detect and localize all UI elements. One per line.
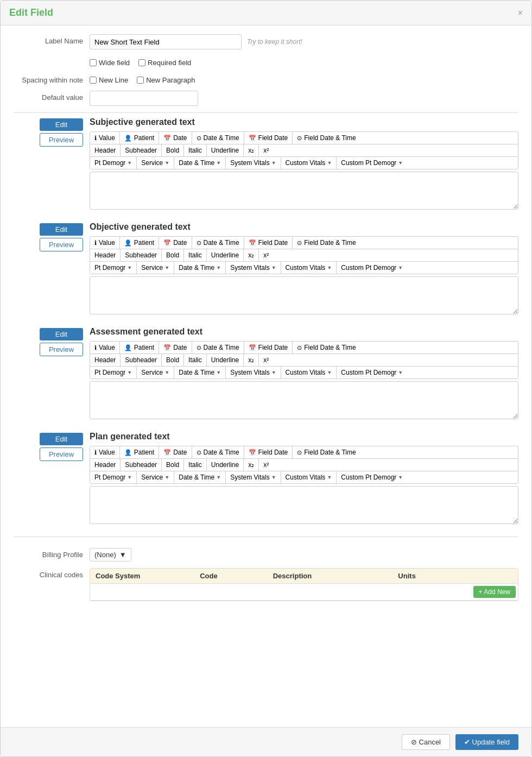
new-line-checkbox-label[interactable]: New Line xyxy=(90,76,128,84)
toolbar-btn-date-objective[interactable]: 📅 Date xyxy=(159,237,192,249)
toolbar-btn-date_time-plan[interactable]: Date & Time ▼ xyxy=(174,471,226,483)
new-paragraph-checkbox[interactable] xyxy=(137,77,144,84)
billing-dropdown[interactable]: (None) ▼ xyxy=(90,548,131,562)
toolbar-btn-system_vitals-assessment[interactable]: System Vitals ▼ xyxy=(226,367,281,379)
toolbar-btn-field_date-assessment[interactable]: 📅 Field Date xyxy=(244,342,293,354)
toolbar-btn-custom_vitals-subjective[interactable]: Custom Vitals ▼ xyxy=(281,157,337,169)
toolbar-btn-bold-plan[interactable]: Bold xyxy=(162,459,184,471)
toolbar-btn-service-assessment[interactable]: Service ▼ xyxy=(137,367,174,379)
label-name-input[interactable] xyxy=(90,34,242,49)
toolbar-btn-patient-subjective[interactable]: 👤 Patient xyxy=(120,132,159,144)
toolbar-btn-header-plan[interactable]: Header xyxy=(90,459,121,471)
edit-button-subjective[interactable]: Edit xyxy=(40,118,83,131)
toolbar-btn-subheader-subjective[interactable]: Subheader xyxy=(121,144,162,156)
toolbar-btn-subscript-subjective[interactable]: x₂ xyxy=(244,144,259,156)
toolbar-btn-field_datetime-assessment[interactable]: ⊙ Field Date & Time xyxy=(293,342,360,354)
toolbar-btn-field_datetime-subjective[interactable]: ⊙ Field Date & Time xyxy=(293,132,360,144)
toolbar-btn-subscript-assessment[interactable]: x₂ xyxy=(244,354,259,366)
toolbar-btn-underline-plan[interactable]: Underline xyxy=(207,459,244,471)
toolbar-btn-system_vitals-plan[interactable]: System Vitals ▼ xyxy=(226,471,281,483)
toolbar-btn-bold-assessment[interactable]: Bold xyxy=(162,354,184,366)
text-area-assessment[interactable] xyxy=(90,381,518,419)
toolbar-btn-subscript-objective[interactable]: x₂ xyxy=(244,249,259,261)
new-line-checkbox[interactable] xyxy=(90,77,97,84)
toolbar-btn-field_date-subjective[interactable]: 📅 Field Date xyxy=(244,132,293,144)
toolbar-btn-subscript-plan[interactable]: x₂ xyxy=(244,459,259,471)
wide-field-checkbox-label[interactable]: Wide field xyxy=(90,59,130,67)
toolbar-btn-value-objective[interactable]: ℹ Value xyxy=(90,237,120,249)
toolbar-btn-custom_vitals-plan[interactable]: Custom Vitals ▼ xyxy=(281,471,337,483)
preview-button-plan[interactable]: Preview xyxy=(40,447,83,461)
toolbar-btn-custom_pt_demogr-assessment[interactable]: Custom Pt Demogr ▼ xyxy=(337,367,407,379)
toolbar-btn-system_vitals-objective[interactable]: System Vitals ▼ xyxy=(226,262,281,274)
required-field-checkbox[interactable] xyxy=(138,59,145,66)
toolbar-btn-underline-subjective[interactable]: Underline xyxy=(207,144,244,156)
close-button[interactable]: × xyxy=(518,8,523,18)
default-value-input[interactable] xyxy=(90,91,198,106)
toolbar-btn-system_vitals-subjective[interactable]: System Vitals ▼ xyxy=(226,157,281,169)
toolbar-btn-date-assessment[interactable]: 📅 Date xyxy=(159,342,192,354)
toolbar-btn-patient-assessment[interactable]: 👤 Patient xyxy=(120,342,159,354)
toolbar-btn-underline-assessment[interactable]: Underline xyxy=(207,354,244,366)
toolbar-btn-date-subjective[interactable]: 📅 Date xyxy=(159,132,192,144)
toolbar-btn-service-subjective[interactable]: Service ▼ xyxy=(137,157,174,169)
toolbar-btn-service-objective[interactable]: Service ▼ xyxy=(137,262,174,274)
toolbar-btn-italic-plan[interactable]: Italic xyxy=(184,459,207,471)
toolbar-btn-superscript-plan[interactable]: x² xyxy=(259,459,273,471)
toolbar-btn-field_datetime-plan[interactable]: ⊙ Field Date & Time xyxy=(293,446,360,458)
toolbar-btn-header-assessment[interactable]: Header xyxy=(90,354,121,366)
toolbar-btn-datetime-plan[interactable]: ⊙ Date & Time xyxy=(192,446,244,458)
toolbar-btn-datetime-subjective[interactable]: ⊙ Date & Time xyxy=(192,132,244,144)
toolbar-btn-date_time-objective[interactable]: Date & Time ▼ xyxy=(174,262,226,274)
toolbar-btn-date-plan[interactable]: 📅 Date xyxy=(159,446,192,458)
toolbar-btn-pt_demogr-objective[interactable]: Pt Demogr ▼ xyxy=(90,262,137,274)
wide-field-checkbox[interactable] xyxy=(90,59,97,66)
toolbar-btn-value-plan[interactable]: ℹ Value xyxy=(90,446,120,458)
toolbar-btn-bold-subjective[interactable]: Bold xyxy=(162,144,184,156)
toolbar-btn-subheader-assessment[interactable]: Subheader xyxy=(121,354,162,366)
update-field-button[interactable]: ✔ Update field xyxy=(455,734,518,750)
preview-button-subjective[interactable]: Preview xyxy=(40,133,83,147)
toolbar-btn-pt_demogr-assessment[interactable]: Pt Demogr ▼ xyxy=(90,367,137,379)
toolbar-btn-italic-assessment[interactable]: Italic xyxy=(184,354,207,366)
toolbar-btn-underline-objective[interactable]: Underline xyxy=(207,249,244,261)
toolbar-btn-pt_demogr-plan[interactable]: Pt Demogr ▼ xyxy=(90,471,137,483)
toolbar-btn-datetime-objective[interactable]: ⊙ Date & Time xyxy=(192,237,244,249)
toolbar-btn-superscript-objective[interactable]: x² xyxy=(259,249,273,261)
preview-button-assessment[interactable]: Preview xyxy=(40,343,83,356)
toolbar-btn-datetime-assessment[interactable]: ⊙ Date & Time xyxy=(192,342,244,354)
edit-button-plan[interactable]: Edit xyxy=(40,433,83,445)
toolbar-btn-field_date-plan[interactable]: 📅 Field Date xyxy=(244,446,293,458)
toolbar-btn-date_time-subjective[interactable]: Date & Time ▼ xyxy=(174,157,226,169)
toolbar-btn-superscript-assessment[interactable]: x² xyxy=(259,354,273,366)
toolbar-btn-custom_pt_demogr-objective[interactable]: Custom Pt Demogr ▼ xyxy=(337,262,407,274)
toolbar-btn-patient-objective[interactable]: 👤 Patient xyxy=(120,237,159,249)
toolbar-btn-bold-objective[interactable]: Bold xyxy=(162,249,184,261)
toolbar-btn-header-subjective[interactable]: Header xyxy=(90,144,121,156)
toolbar-btn-italic-subjective[interactable]: Italic xyxy=(184,144,207,156)
edit-button-assessment[interactable]: Edit xyxy=(40,328,83,340)
toolbar-btn-pt_demogr-subjective[interactable]: Pt Demogr ▼ xyxy=(90,157,137,169)
toolbar-btn-superscript-subjective[interactable]: x² xyxy=(259,144,273,156)
edit-button-objective[interactable]: Edit xyxy=(40,223,83,236)
new-paragraph-checkbox-label[interactable]: New Paragraph xyxy=(137,76,195,84)
toolbar-btn-custom_pt_demogr-plan[interactable]: Custom Pt Demogr ▼ xyxy=(337,471,407,483)
text-area-objective[interactable] xyxy=(90,276,518,314)
cancel-button[interactable]: ⊘ Cancel xyxy=(402,734,450,750)
preview-button-objective[interactable]: Preview xyxy=(40,238,83,251)
toolbar-btn-custom_vitals-assessment[interactable]: Custom Vitals ▼ xyxy=(281,367,337,379)
text-area-subjective[interactable] xyxy=(90,172,518,210)
toolbar-btn-date_time-assessment[interactable]: Date & Time ▼ xyxy=(174,367,226,379)
toolbar-btn-custom_pt_demogr-subjective[interactable]: Custom Pt Demogr ▼ xyxy=(337,157,407,169)
toolbar-btn-italic-objective[interactable]: Italic xyxy=(184,249,207,261)
toolbar-btn-value-subjective[interactable]: ℹ Value xyxy=(90,132,120,144)
required-field-checkbox-label[interactable]: Required field xyxy=(138,59,191,67)
toolbar-btn-custom_vitals-objective[interactable]: Custom Vitals ▼ xyxy=(281,262,337,274)
add-new-button[interactable]: + Add New xyxy=(473,586,516,598)
toolbar-btn-header-objective[interactable]: Header xyxy=(90,249,121,261)
toolbar-btn-service-plan[interactable]: Service ▼ xyxy=(137,471,174,483)
toolbar-btn-patient-plan[interactable]: 👤 Patient xyxy=(120,446,159,458)
toolbar-btn-field_date-objective[interactable]: 📅 Field Date xyxy=(244,237,293,249)
text-area-plan[interactable] xyxy=(90,486,518,524)
toolbar-btn-field_datetime-objective[interactable]: ⊙ Field Date & Time xyxy=(293,237,360,249)
